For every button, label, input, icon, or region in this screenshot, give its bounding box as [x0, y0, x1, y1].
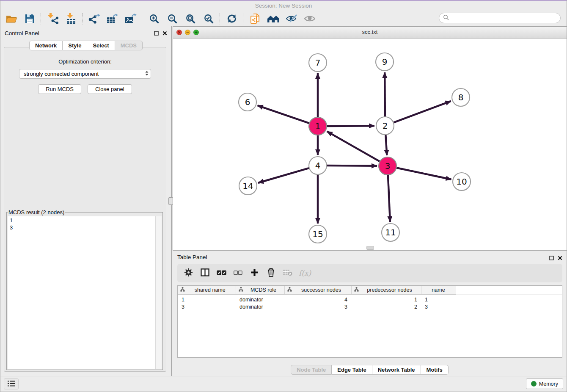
zoom-selected-button[interactable] — [199, 12, 217, 26]
zoom-selected-icon — [204, 14, 214, 25]
node-9[interactable]: 9 — [376, 53, 394, 71]
deselect-all-button[interactable] — [233, 267, 243, 279]
export-table-button[interactable] — [103, 12, 121, 26]
zoom-out-button[interactable] — [163, 12, 181, 26]
tab-style[interactable]: Style — [63, 41, 87, 50]
function-builder-button[interactable]: f(x) — [299, 267, 311, 279]
show-selected-button[interactable] — [300, 12, 319, 26]
export-network-button[interactable] — [85, 12, 103, 26]
zoom-in-button[interactable] — [145, 12, 163, 26]
tab-network[interactable]: Network — [29, 41, 63, 50]
close-panel-icon[interactable] — [558, 254, 562, 262]
result-scrollbar[interactable] — [155, 216, 162, 369]
mcds-result-title: MCDS result (2 nodes) — [8, 209, 64, 215]
node-4[interactable]: 4 — [309, 157, 327, 174]
node-15[interactable]: 15 — [309, 225, 327, 243]
show-columns-button[interactable] — [200, 267, 210, 279]
copy-network-icon — [250, 13, 260, 25]
edge-1-2[interactable] — [327, 126, 374, 126]
column-header-mcds-role[interactable]: MCDS role — [236, 286, 284, 295]
node-14[interactable]: 14 — [239, 177, 257, 195]
save-session-button[interactable] — [20, 12, 39, 26]
select-all-button[interactable] — [216, 267, 226, 279]
close-panel-button[interactable]: Close panel — [88, 84, 132, 94]
svg-text:4: 4 — [315, 160, 321, 171]
tab-edge-table[interactable]: Edge Table — [332, 365, 372, 375]
close-panel-icon[interactable] — [162, 30, 167, 37]
edge-2-9[interactable] — [385, 72, 385, 117]
column-header-shared-name[interactable]: shared name — [178, 286, 236, 295]
float-panel-icon[interactable] — [154, 30, 159, 37]
tab-select[interactable]: Select — [87, 41, 115, 50]
edge-2-8[interactable] — [394, 101, 451, 123]
node-6[interactable]: 6 — [239, 93, 256, 111]
memory-button[interactable]: Memory — [526, 378, 563, 389]
edge-1-6[interactable] — [258, 105, 310, 123]
refresh-button[interactable] — [223, 12, 241, 26]
node-table[interactable]: shared nameMCDS rolesuccessor nodesprede… — [178, 286, 562, 310]
panel-list-button[interactable] — [4, 378, 19, 389]
add-column-button[interactable] — [249, 267, 259, 279]
tab-network-table[interactable]: Network Table — [372, 365, 421, 375]
export-image-button[interactable] — [121, 12, 140, 26]
save-icon — [25, 14, 34, 25]
zoom-fit-button[interactable] — [181, 12, 199, 26]
node-10[interactable]: 10 — [453, 173, 471, 190]
network-copy-button[interactable] — [246, 12, 264, 26]
svg-text:8: 8 — [458, 92, 464, 102]
panel-divider-grip[interactable] — [168, 197, 173, 205]
canvas-resize-grip[interactable] — [366, 246, 374, 250]
delete-table-button[interactable] — [282, 267, 292, 279]
column-tree-icon — [239, 287, 243, 293]
unchecked-boxes-icon — [234, 270, 242, 276]
table-row[interactable]: 3dominator323 — [178, 303, 562, 310]
optimization-criterion-label: Optimization criterion: — [4, 58, 166, 65]
plus-icon — [250, 268, 259, 278]
delete-column-button[interactable] — [266, 267, 276, 279]
hide-selected-button[interactable] — [282, 12, 300, 26]
application-window: Session: New Session — [0, 0, 567, 392]
node-11[interactable]: 11 — [382, 224, 399, 241]
tab-motifs[interactable]: Motifs — [421, 365, 449, 375]
column-header-name[interactable]: name — [421, 286, 456, 295]
tab-mcds[interactable]: MCDS — [115, 41, 143, 50]
svg-text:10: 10 — [456, 177, 467, 187]
column-header-predecessor-nodes[interactable]: predecessor nodes — [351, 286, 421, 295]
edge-3-10[interactable] — [396, 168, 451, 179]
run-mcds-button[interactable]: Run MCDS — [38, 84, 81, 94]
float-panel-icon[interactable] — [549, 254, 554, 262]
memory-status-icon — [531, 381, 537, 386]
toolbar-separator — [142, 13, 143, 25]
node-1[interactable]: 1 — [309, 117, 327, 135]
tab-node-table[interactable]: Node Table — [291, 365, 332, 375]
table-settings-button[interactable] — [183, 267, 193, 279]
criterion-dropdown[interactable]: strongly connected component — [19, 69, 151, 79]
open-session-button[interactable] — [2, 12, 20, 26]
network-window-titlebar[interactable]: scc.txt — [173, 27, 567, 39]
edge-4-14[interactable] — [258, 168, 309, 183]
edge-2-3[interactable] — [385, 135, 387, 155]
minimize-window-icon[interactable] — [185, 30, 190, 35]
memory-label: Memory — [539, 381, 558, 387]
close-window-icon[interactable] — [176, 30, 182, 35]
network-canvas[interactable]: 7968124314101511 — [173, 39, 567, 251]
node-2[interactable]: 2 — [376, 117, 394, 135]
import-table-button[interactable] — [62, 12, 80, 26]
import-network-button[interactable] — [44, 12, 62, 26]
svg-text:11: 11 — [385, 227, 396, 237]
zoom-in-icon — [149, 14, 159, 25]
edge-3-1[interactable] — [327, 131, 380, 161]
fx-icon: f(x) — [299, 269, 311, 277]
search-input[interactable] — [451, 15, 556, 22]
node-3[interactable]: 3 — [379, 157, 396, 175]
maximize-window-icon[interactable] — [193, 30, 199, 35]
table-row[interactable]: 1dominator411 — [178, 295, 562, 304]
column-header-successor-nodes[interactable]: successor nodes — [284, 286, 351, 295]
node-table-container: shared nameMCDS rolesuccessor nodesprede… — [177, 285, 562, 358]
node-7[interactable]: 7 — [309, 54, 327, 72]
edge-3-11[interactable] — [388, 175, 390, 222]
node-8[interactable]: 8 — [452, 88, 470, 106]
home-networks-button[interactable] — [264, 12, 282, 26]
search-field[interactable] — [439, 13, 561, 23]
edge-4-3[interactable] — [327, 166, 377, 166]
